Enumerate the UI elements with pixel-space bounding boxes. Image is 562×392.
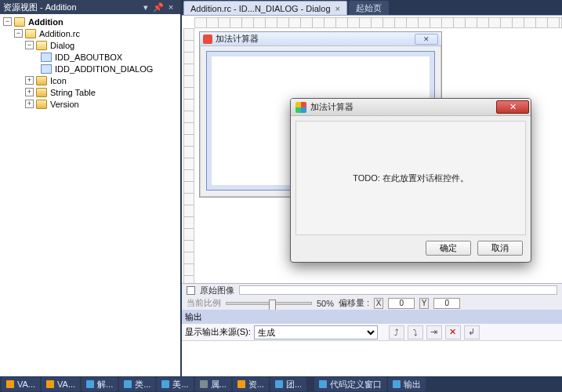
design-dialog-close-icon[interactable]: ✕ [415, 34, 438, 45]
output-tool-find-icon[interactable]: ⤴ [389, 325, 404, 339]
tree-node-solution[interactable]: − Addition [2, 16, 180, 27]
runtime-dialog-buttons: 确定 取消 [426, 241, 523, 256]
tree-label: String Table [50, 88, 96, 97]
status-dot-icon [161, 380, 169, 388]
status-item[interactable]: 资... [233, 377, 269, 391]
runtime-dialog-title: 加法计算器 [310, 101, 496, 113]
original-image-label: 原始图像 [200, 285, 234, 296]
status-item[interactable]: 类... [119, 377, 155, 391]
status-label: 解... [97, 379, 113, 390]
tab-label: Addition.rc - ID...N_DIALOG - Dialog [190, 4, 331, 13]
tree-label: Version [50, 100, 79, 109]
tree-node-stringtable[interactable]: + String Table [2, 86, 180, 98]
status-item[interactable]: 解... [82, 377, 118, 391]
tree-node-addition-dialog[interactable]: IDD_ADDITION_DIALOG [2, 63, 180, 74]
status-item-output[interactable]: 输出 [388, 377, 426, 391]
panel-pin-icon[interactable]: 📌 [152, 2, 165, 13]
folder-closed-icon [36, 76, 47, 85]
status-item[interactable]: 团... [270, 377, 306, 391]
runtime-dialog-placeholder-text: TODO: 在此放置对话框控件。 [353, 172, 469, 184]
tree-node-version[interactable]: + Version [2, 98, 180, 110]
tree-label: Addition [28, 17, 63, 27]
tab-start-page[interactable]: 起始页 [349, 1, 389, 15]
status-dot-icon [393, 380, 401, 388]
tree-node-aboutbox[interactable]: IDD_ABOUTBOX [2, 51, 180, 63]
offset-x-input[interactable]: 0 [388, 298, 415, 309]
expand-toggle[interactable]: − [14, 29, 23, 38]
status-dot-icon [6, 380, 14, 388]
tree-node-rc[interactable]: − Addition.rc [2, 27, 180, 39]
output-toolbar: 显示输出来源(S): 生成 ⤴ ⤵ ⇥ ✕ ↲ [182, 324, 562, 341]
status-item[interactable]: 属... [195, 377, 231, 391]
resource-view-title: 资源视图 - Addition [3, 2, 140, 13]
status-dot-icon [86, 380, 94, 388]
runtime-dialog: 加法计算器 ✕ TODO: 在此放置对话框控件。 确定 取消 [290, 98, 531, 263]
original-image-checkbox[interactable] [187, 286, 195, 295]
folder-closed-icon [36, 100, 47, 109]
status-label: VA... [57, 379, 75, 389]
zoom-percent: 50% [317, 299, 334, 308]
x-axis-label: X [374, 298, 383, 309]
output-pane: 输出 显示输出来源(S): 生成 ⤴ ⤵ ⇥ ✕ ↲ [182, 310, 562, 376]
tree-label: Icon [50, 76, 67, 85]
original-image-path-input[interactable] [239, 285, 557, 295]
cancel-button[interactable]: 取消 [477, 241, 523, 256]
status-item[interactable]: VA... [2, 377, 40, 391]
expand-toggle[interactable]: − [3, 17, 12, 26]
output-title: 输出 [185, 311, 559, 323]
tab-close-icon[interactable]: × [335, 4, 340, 13]
offset-y-input[interactable]: 0 [433, 298, 460, 309]
resource-tree[interactable]: − Addition − Addition.rc − Dialog IDD_AB… [0, 14, 180, 376]
status-item-codedef[interactable]: 代码定义窗口 [314, 377, 386, 391]
runtime-dialog-close-icon[interactable]: ✕ [496, 100, 529, 114]
cancel-button-label: 取消 [491, 242, 509, 254]
output-source-label: 显示输出来源(S): [185, 326, 251, 338]
status-label: 输出 [404, 379, 421, 390]
folder-open-icon [25, 29, 36, 38]
expand-toggle[interactable]: + [25, 76, 34, 85]
app-icon [296, 102, 306, 113]
tree-label: IDD_ABOUTBOX [55, 53, 122, 62]
app-icon [203, 34, 212, 44]
status-dot-icon [275, 380, 283, 388]
design-dialog-titlebar[interactable]: 加法计算器 ✕ [200, 32, 441, 46]
ok-button[interactable]: 确定 [426, 241, 471, 256]
output-tool-wrap-icon[interactable]: ↲ [464, 325, 480, 339]
panel-dropdown-icon[interactable]: ▾ [140, 2, 152, 13]
expand-toggle[interactable]: + [25, 100, 34, 108]
tree-label: Dialog [50, 41, 74, 50]
tree-node-dialog[interactable]: − Dialog [2, 39, 180, 51]
status-item[interactable]: VA... [42, 377, 80, 391]
panel-close-icon[interactable]: × [165, 2, 177, 13]
status-label: 美... [172, 379, 188, 390]
resource-view-header: 资源视图 - Addition ▾ 📌 × [0, 0, 180, 14]
expand-toggle[interactable]: − [25, 41, 34, 49]
output-body[interactable] [182, 341, 562, 376]
folder-open-icon [14, 17, 25, 27]
tab-label: 起始页 [356, 2, 382, 14]
output-source-select[interactable]: 生成 [254, 325, 378, 339]
status-label: 代码定义窗口 [330, 379, 382, 390]
output-tool-clear-icon[interactable]: ✕ [445, 325, 461, 339]
zoom-slider[interactable] [226, 302, 312, 305]
status-label: 团... [286, 379, 302, 390]
folder-closed-icon [36, 88, 47, 97]
output-header: 输出 [182, 310, 562, 324]
y-axis-label: Y [419, 298, 429, 309]
offset-label: 偏移量 : [339, 297, 369, 309]
ruler-horizontal [194, 17, 562, 28]
zoom-label: 当前比例 [187, 297, 221, 309]
runtime-dialog-titlebar[interactable]: 加法计算器 ✕ [291, 99, 531, 116]
expand-toggle[interactable]: + [25, 88, 34, 96]
editor-bottom-strip: 原始图像 当前比例 50% 偏移量 : X 0 Y 0 [182, 283, 562, 310]
status-bar: VA... VA... 解... 类... 美... 属... 资... 团..… [0, 376, 562, 392]
runtime-dialog-body: TODO: 在此放置对话框控件。 [296, 121, 526, 235]
status-item[interactable]: 美... [157, 377, 193, 391]
resource-view-pane: 资源视图 - Addition ▾ 📌 × − Addition − Addit… [0, 0, 180, 376]
output-tool-prev-icon[interactable]: ⤵ [408, 325, 423, 339]
document-tabstrip: Addition.rc - ID...N_DIALOG - Dialog × 起… [182, 0, 562, 15]
tab-dialog-editor[interactable]: Addition.rc - ID...N_DIALOG - Dialog × [183, 1, 347, 15]
dialog-resource-icon [41, 53, 52, 62]
tree-node-icon[interactable]: + Icon [2, 74, 180, 86]
output-tool-next-icon[interactable]: ⇥ [426, 325, 442, 339]
